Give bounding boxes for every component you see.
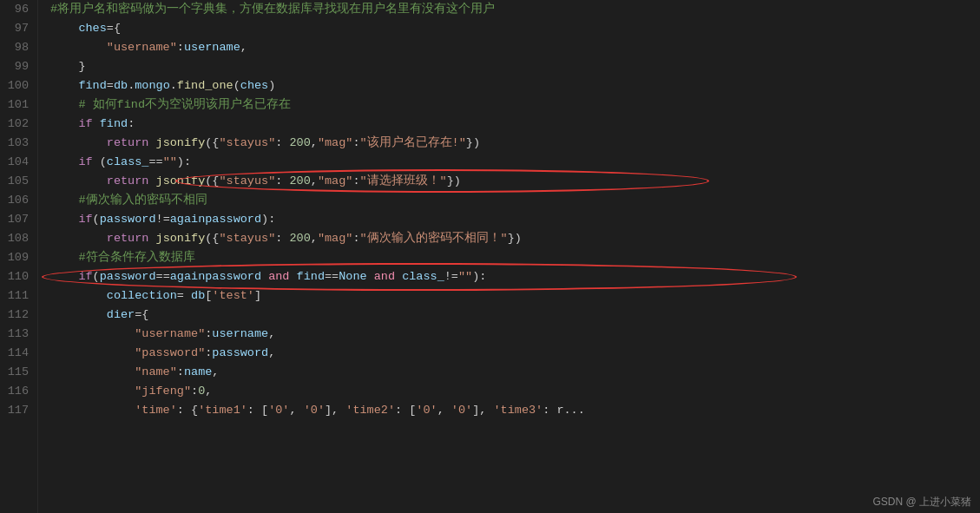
line-number-97: 97 [7,19,29,38]
token-punct: , [268,327,275,340]
token-kw: if [78,213,92,226]
token-spaces [50,98,78,111]
token-punct: : [352,232,359,245]
token-var: collection [107,289,177,302]
token-kw: if [78,117,92,130]
line-number-111: 111 [7,286,29,306]
token-var: againpassword [170,270,261,283]
token-var: password [100,270,156,283]
line-number-96: 96 [7,0,29,19]
token-spaces [50,79,78,92]
token-str: 'time1' [198,404,247,417]
token-num: 200 [289,232,310,245]
token-punct: != [444,270,458,283]
token-punct: , [212,365,219,378]
token-str: "mag" [318,136,353,149]
token-punct: , [437,404,451,417]
line-number-116: 116 [7,382,29,401]
token-fn: jsonify [156,232,206,245]
token-spaces [50,136,107,149]
token-punct: }) [508,232,522,245]
token-punct: , [205,385,212,398]
token-spaces [148,174,155,187]
token-punct: ], [472,404,493,417]
line-number-105: 105 [7,172,29,191]
token-kw: if [78,155,92,168]
token-punct: : [275,174,289,187]
token-spaces [50,385,135,398]
line-number-107: 107 [7,210,29,229]
token-str: "请选择班级！" [360,174,447,187]
code-line-102: if find: [50,115,980,134]
code-line-112: dier={ [50,306,980,325]
token-str: 'test' [212,289,254,302]
token-spaces [50,327,135,340]
code-line-109: #符合条件存入数据库 [50,248,980,267]
token-str: "stayus" [219,136,275,149]
token-comment: #符合条件存入数据库 [78,251,194,264]
token-spaces [50,213,78,226]
token-punct: : [275,136,289,149]
token-var: find [100,117,128,130]
token-str: 'time' [135,404,177,417]
line-number-104: 104 [7,153,29,172]
line-number-99: 99 [7,57,29,76]
line-number-113: 113 [7,325,29,344]
code-line-105: return jsonify({"stayus": 200,"mag":"请选择… [50,172,980,191]
token-punct: : [177,365,184,378]
token-spaces [50,270,78,283]
line-number-106: 106 [7,191,29,210]
token-punct: , [311,174,318,187]
token-var: find [78,79,106,92]
token-spaces [50,346,135,359]
token-str: '0' [268,404,289,417]
code-line-117: 'time': {'time1': ['0', '0'], 'time2': [… [50,401,980,420]
token-spaces [50,251,78,264]
token-punct: != [156,213,170,226]
token-str: 'time2' [345,404,395,417]
code-line-103: return jsonify({"stayus": 200,"mag":"该用户… [50,134,980,153]
code-line-110: if(password==againpassword and find==Non… [50,267,980,286]
line-number-102: 102 [7,115,29,134]
code-line-114: "password":password, [50,344,980,363]
line-number-100: 100 [7,76,29,95]
token-fn: jsonify [156,174,206,187]
token-punct: : r [543,404,563,417]
token-punct: : [275,232,289,245]
token-punct: , [240,41,247,54]
token-var: class_ [402,270,444,283]
token-var: dier [107,308,135,321]
token-punct: } [78,60,85,73]
token-comment: #俩次输入的密码不相同 [78,194,207,207]
token-punct: ): [177,155,191,168]
token-str: "" [458,270,472,283]
code-line-111: collection= db['test'] [50,286,980,306]
token-kw: return [107,174,149,187]
token-str: "username" [107,41,177,54]
token-str: "stayus" [219,232,275,245]
token-fn: jsonify [156,136,206,149]
token-punct: }) [447,174,461,187]
token-var: db [114,79,128,92]
token-str: "stayus" [219,174,275,187]
token-str: "该用户名已存在!" [360,136,466,149]
token-var: name [184,365,212,378]
line-number-98: 98 [7,38,29,57]
token-var: None [339,270,366,283]
token-spaces [93,155,100,168]
code-line-99: } [50,57,980,76]
token-spaces [50,117,78,130]
token-punct: ={ [107,22,121,35]
token-str: "mag" [318,232,353,245]
line-number-101: 101 [7,95,29,115]
token-spaces [261,270,268,283]
token-var: ches [78,22,106,35]
token-comment: # 如何find不为空说明该用户名已存在 [78,98,291,111]
token-punct: == [325,270,339,283]
token-punct: , [311,136,318,149]
token-punct: : { [177,404,198,417]
token-str: "" [163,155,177,168]
token-str: 'time3' [493,404,543,417]
line-numbers: 9697989910010110210310410510610710810911… [0,0,38,513]
token-spaces [50,308,107,321]
